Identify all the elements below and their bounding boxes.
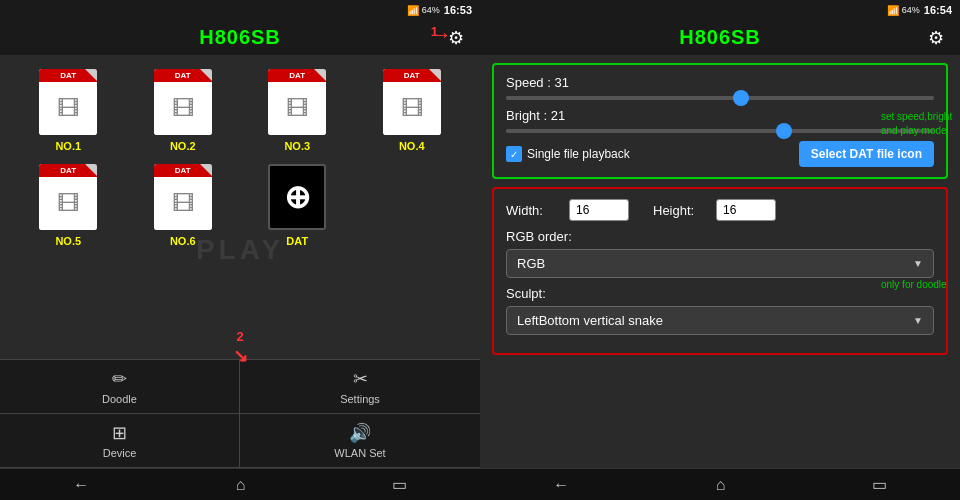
- right-home-button[interactable]: ⌂: [716, 476, 726, 494]
- device-label: Device: [103, 447, 137, 459]
- doodle-annotation: only for doodle: [881, 278, 956, 292]
- step2-arrow: ↘: [233, 345, 248, 367]
- home-button[interactable]: ⌂: [236, 476, 246, 494]
- device-icon: ⊞: [112, 422, 127, 444]
- right-system-bar: ← ⌂ ▭: [480, 468, 960, 500]
- dat-item-3[interactable]: DAT 🎞 NO.3: [245, 67, 350, 152]
- bottom-nav: ✏ Doodle ✂ Settings ⊞ Device 🔊 WLAN Set: [0, 359, 480, 468]
- main-content-left: DAT 🎞 NO.1 DAT 🎞: [0, 55, 480, 359]
- dat-icon-1: DAT 🎞: [33, 67, 103, 137]
- dat-item-2[interactable]: DAT 🎞 NO.2: [131, 67, 236, 152]
- right-status-bar: 📶 64% 16:54: [480, 0, 960, 20]
- dat-label-3: NO.3: [284, 140, 310, 152]
- dat-item-5[interactable]: DAT 🎞 NO.5: [16, 162, 121, 247]
- doodle-section: Width: Height: RGB order: RGB ▼ Sculpt: …: [492, 187, 948, 355]
- dat-label-5: NO.5: [55, 235, 81, 247]
- dat-label-2: NO.2: [170, 140, 196, 152]
- sculpt-label: Sculpt:: [506, 286, 934, 301]
- right-app-title: H806SB: [679, 26, 761, 49]
- dat-item-6[interactable]: DAT 🎞 NO.6: [131, 162, 236, 247]
- dat-label-6: NO.6: [170, 235, 196, 247]
- right-settings-gear-icon[interactable]: ⚙: [928, 27, 944, 49]
- width-height-row: Width: Height:: [506, 199, 934, 221]
- right-back-button[interactable]: ←: [553, 476, 569, 494]
- single-playback-label: Single file playback: [527, 147, 630, 161]
- rgb-order-dropdown[interactable]: RGB ▼: [506, 249, 934, 278]
- speed-annotation: set speed,bright and play mode: [881, 110, 956, 138]
- step2-label: 2: [236, 329, 243, 344]
- right-phone: 📶 64% 16:54 H806SB ⚙ Speed : 31 Bright: [480, 0, 960, 500]
- width-input[interactable]: [569, 199, 629, 221]
- right-recents-button[interactable]: ▭: [872, 475, 887, 494]
- playback-row: ✓ Single file playback Select DAT file i…: [506, 141, 934, 167]
- dropdown-arrow-sculpt: ▼: [913, 315, 923, 326]
- nav-settings[interactable]: ✂ Settings: [240, 360, 480, 414]
- left-system-bar: ← ⌂ ▭: [0, 468, 480, 500]
- sculpt-value: LeftBottom vertical snake: [517, 313, 663, 328]
- bright-row: Bright : 21: [506, 108, 934, 123]
- wlan-label: WLAN Set: [334, 447, 385, 459]
- sculpt-dropdown[interactable]: LeftBottom vertical snake ▼: [506, 306, 934, 335]
- settings-icon: ✂: [353, 368, 368, 390]
- dat-label-4: NO.4: [399, 140, 425, 152]
- dat-grid: DAT 🎞 NO.1 DAT 🎞: [16, 67, 464, 152]
- bright-slider[interactable]: [506, 129, 934, 133]
- left-phone: 📶 64% 16:53 H806SB 1 → ⚙ DAT 🎞: [0, 0, 480, 500]
- main-content-right: Speed : 31 Bright : 21: [480, 55, 960, 468]
- dat-item-1[interactable]: DAT 🎞 NO.1: [16, 67, 121, 152]
- speed-row: Speed : 31: [506, 75, 934, 90]
- single-playback-checkbox[interactable]: ✓ Single file playback: [506, 146, 630, 162]
- left-status-bar: 📶 64% 16:53: [0, 0, 480, 20]
- speed-label: Speed : 31: [506, 75, 586, 90]
- select-dat-button[interactable]: Select DAT file icon: [799, 141, 934, 167]
- bright-label: Bright : 21: [506, 108, 586, 123]
- doodle-icon: ✏: [112, 368, 127, 390]
- nav-doodle[interactable]: ✏ Doodle: [0, 360, 240, 414]
- rgb-order-label: RGB order:: [506, 229, 934, 244]
- left-time: 16:53: [444, 4, 472, 16]
- back-button[interactable]: ←: [73, 476, 89, 494]
- dat-label-1: NO.1: [55, 140, 81, 152]
- height-label: Height:: [653, 203, 708, 218]
- dat-item-4[interactable]: DAT 🎞 NO.4: [360, 67, 465, 152]
- left-header: H806SB 1 → ⚙: [0, 20, 480, 55]
- rgb-order-value: RGB: [517, 256, 545, 271]
- dat-item-add[interactable]: ⊕ DAT: [245, 162, 350, 247]
- settings-gear-icon[interactable]: ⚙: [448, 27, 464, 49]
- settings-label: Settings: [340, 393, 380, 405]
- right-status-icons: 📶 64%: [887, 5, 920, 16]
- dropdown-arrow-rgb: ▼: [913, 258, 923, 269]
- speed-slider[interactable]: [506, 96, 934, 100]
- checkbox-icon: ✓: [506, 146, 522, 162]
- right-time: 16:54: [924, 4, 952, 16]
- nav-wlan[interactable]: 🔊 WLAN Set: [240, 414, 480, 468]
- doodle-label: Doodle: [102, 393, 137, 405]
- width-label: Width:: [506, 203, 561, 218]
- dat-grid-row2: DAT 🎞 NO.5 DAT 🎞: [16, 162, 464, 247]
- right-header: H806SB ⚙: [480, 20, 960, 55]
- height-input[interactable]: [716, 199, 776, 221]
- left-status-icons: 📶 64%: [407, 5, 440, 16]
- nav-device[interactable]: ⊞ Device: [0, 414, 240, 468]
- wlan-icon: 🔊: [349, 422, 371, 444]
- recents-button[interactable]: ▭: [392, 475, 407, 494]
- dat-label-add: DAT: [286, 235, 308, 247]
- speed-bright-section: Speed : 31 Bright : 21: [492, 63, 948, 179]
- left-app-title: H806SB: [199, 26, 281, 49]
